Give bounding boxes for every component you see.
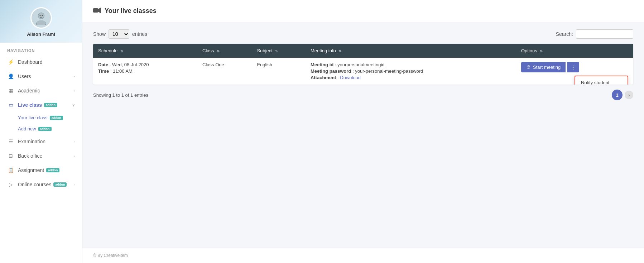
- examination-icon: ☰: [7, 138, 14, 145]
- dropdown-menu: Notify student Edit Delete: [575, 76, 628, 85]
- sort-icon-class[interactable]: ⇅: [217, 49, 220, 53]
- chevron-icon: ›: [73, 154, 75, 158]
- addon-badge-live-class: addon: [44, 103, 57, 107]
- start-meeting-button[interactable]: ⏱ Start meeting: [521, 62, 566, 72]
- entries-label: entries: [132, 31, 147, 37]
- col-class: Class ⇅: [197, 44, 252, 58]
- subject-cell: English: [252, 58, 305, 85]
- sidebar-item-users[interactable]: 👤 Users ›: [0, 69, 82, 83]
- chevron-icon: ›: [73, 89, 75, 93]
- dashboard-icon: ⚡: [7, 58, 14, 66]
- table-row: Date : Wed, 08-Jul-2020 Time : 11:00 AM …: [93, 58, 633, 85]
- sidebar-subitem-add-new[interactable]: Add new addon: [0, 123, 82, 134]
- users-icon: 👤: [7, 73, 14, 80]
- options-buttons: ⏱ Start meeting ⋮ Notify student Edit De…: [521, 62, 628, 72]
- svg-point-3: [37, 20, 46, 25]
- addon-badge-online-courses: addon: [53, 182, 67, 187]
- svg-point-5: [42, 15, 43, 16]
- sidebar-item-dashboard[interactable]: ⚡ Dashboard: [0, 55, 82, 69]
- search-label: Search:: [556, 31, 573, 37]
- sidebar-item-back-office[interactable]: ⊟ Back office ›: [0, 149, 82, 163]
- sort-icon-options[interactable]: ⇅: [540, 49, 543, 53]
- col-options: Options ⇅: [516, 44, 633, 58]
- profile-section: Alison Frami: [0, 0, 82, 43]
- pagination: 1 ›: [612, 90, 633, 100]
- avatar: [30, 7, 52, 29]
- nav-section-label: NAVIGATION: [0, 43, 82, 55]
- entries-select[interactable]: 10 25 50 100: [109, 29, 129, 39]
- chevron-down-icon: ∨: [72, 103, 75, 107]
- col-meeting-info: Meeting info ⇅: [306, 44, 516, 58]
- sidebar: Alison Frami NAVIGATION ⚡ Dashboard 👤 Us…: [0, 0, 82, 263]
- table-footer: Showing 1 to 1 of 1 entries 1 ›: [93, 90, 633, 100]
- addon-badge-your-live-class: addon: [50, 116, 63, 120]
- meeting-info-cell: Meeting id : yourpersonalmeetingid Meeti…: [306, 58, 516, 85]
- sidebar-subitem-your-live-class[interactable]: Your live class addon: [0, 112, 82, 123]
- table-info: Showing 1 to 1 of 1 entries: [93, 92, 148, 98]
- video-icon: [93, 8, 101, 14]
- live-class-icon: ▭: [7, 101, 14, 109]
- page-footer: © By Creativeitem: [82, 248, 644, 263]
- chevron-icon: ›: [73, 182, 75, 187]
- sidebar-item-examination[interactable]: ☰ Examination ›: [0, 134, 82, 149]
- addon-badge-add-new: addon: [38, 127, 52, 131]
- sidebar-item-academic[interactable]: ▦ Academic ›: [0, 83, 82, 98]
- sort-icon-schedule[interactable]: ⇅: [120, 49, 123, 53]
- page-header: Your live classes: [82, 0, 644, 22]
- show-entries: Show 10 25 50 100 entries: [93, 29, 147, 39]
- col-subject: Subject ⇅: [252, 44, 305, 58]
- assignment-icon: 📋: [7, 167, 14, 174]
- col-schedule: Schedule ⇅: [93, 44, 197, 58]
- footer-text: © By Creativeitem: [93, 253, 128, 258]
- more-options-button[interactable]: ⋮: [567, 62, 579, 72]
- sort-icon-subject[interactable]: ⇅: [275, 49, 278, 53]
- schedule-cell: Date : Wed, 08-Jul-2020 Time : 11:00 AM: [93, 58, 197, 85]
- sidebar-item-online-courses[interactable]: ▷ Online courses addon ›: [0, 177, 82, 192]
- svg-point-4: [39, 15, 40, 16]
- options-cell: ⏱ Start meeting ⋮ Notify student Edit De…: [516, 58, 633, 85]
- notify-student-item[interactable]: Notify student: [575, 76, 628, 85]
- clock-icon: ⏱: [526, 64, 531, 70]
- search-box: Search:: [556, 29, 633, 39]
- online-courses-icon: ▷: [7, 181, 14, 188]
- show-label: Show: [93, 31, 106, 37]
- addon-badge-assignment: addon: [46, 168, 59, 172]
- download-link[interactable]: Download: [340, 75, 361, 80]
- svg-marker-7: [98, 8, 101, 13]
- page-title: Your live classes: [105, 7, 157, 15]
- academic-icon: ▦: [7, 87, 14, 94]
- table-controls: Show 10 25 50 100 entries Search:: [93, 29, 633, 39]
- content-area: Show 10 25 50 100 entries Search: Schedu…: [82, 22, 644, 248]
- page-1-button[interactable]: 1: [612, 90, 623, 100]
- sort-icon-meeting[interactable]: ⇅: [338, 49, 341, 53]
- live-classes-table: Schedule ⇅ Class ⇅ Subject ⇅ Meeting inf…: [93, 44, 633, 85]
- sidebar-item-assignment[interactable]: 📋 Assignment addon: [0, 163, 82, 177]
- main-content: Your live classes Show 10 25 50 100 entr…: [82, 0, 644, 263]
- chevron-icon: ›: [73, 139, 75, 144]
- chevron-icon: ›: [73, 74, 75, 78]
- profile-name: Alison Frami: [27, 32, 55, 37]
- search-input[interactable]: [576, 29, 633, 39]
- sidebar-item-live-class[interactable]: ▭ Live class addon ∨: [0, 98, 82, 112]
- class-cell: Class One: [197, 58, 252, 85]
- page-next-button[interactable]: ›: [625, 91, 633, 99]
- back-office-icon: ⊟: [7, 152, 14, 159]
- svg-rect-6: [93, 8, 98, 13]
